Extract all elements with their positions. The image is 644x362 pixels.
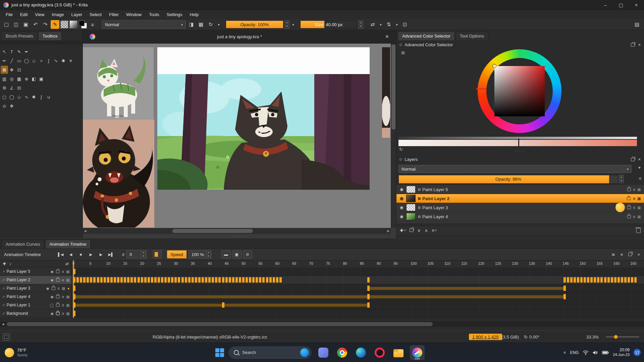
timeline-inherit-alpha-icon[interactable]: ▨: [66, 270, 69, 274]
undo-icon[interactable]: ↶: [31, 20, 40, 29]
keyframe[interactable]: [246, 277, 248, 283]
timeline-lock-icon[interactable]: [56, 304, 60, 307]
timeline-alpha-icon[interactable]: α: [62, 278, 64, 282]
delete-layer-button[interactable]: [636, 228, 641, 233]
refresh-colors-icon[interactable]: ↻: [399, 147, 403, 152]
taskbar-app-opera[interactable]: [372, 345, 387, 360]
eraser-mode-icon[interactable]: ◨: [187, 20, 196, 29]
keyframe[interactable]: [567, 277, 569, 283]
brush-size-spinner[interactable]: ▲▼: [358, 20, 363, 28]
layer-filter-icon[interactable]: ▼: [638, 166, 641, 170]
color-marker[interactable]: [492, 64, 496, 68]
gradient-strip-marker[interactable]: [518, 138, 519, 147]
keyframe[interactable]: [584, 277, 586, 283]
keyframe[interactable]: [564, 286, 566, 291]
freehand-path-tool[interactable]: ∿: [52, 57, 60, 65]
keyframe[interactable]: [178, 277, 180, 283]
open-document-icon[interactable]: ◫: [12, 20, 20, 29]
keyframe[interactable]: [624, 277, 627, 283]
timeline-track-paint-layer-3[interactable]: [72, 284, 644, 293]
timeline-layer-paint-layer-1[interactable]: ↗Paint Layer 1◯α▨: [0, 301, 71, 309]
menu-window[interactable]: Window: [122, 10, 145, 19]
keyframe[interactable]: [76, 277, 79, 283]
maximize-button[interactable]: ▢: [613, 0, 629, 10]
mirror-vertical-dropdown-icon[interactable]: ▾: [394, 20, 399, 29]
keyframe[interactable]: [198, 277, 201, 283]
value-gradient-strip[interactable]: [398, 137, 637, 139]
timeline-visibility-icon[interactable]: ◉: [46, 287, 49, 290]
menu-settings[interactable]: Settings: [163, 10, 186, 19]
keyframe[interactable]: [222, 277, 224, 283]
keyframe[interactable]: [100, 277, 103, 283]
keyframe[interactable]: [174, 277, 177, 283]
keyframe[interactable]: [205, 277, 207, 283]
skip-to-start-button[interactable]: ▌◀: [56, 250, 65, 259]
menu-edit[interactable]: Edit: [16, 10, 31, 19]
toolbox-docker-handle[interactable]: [0, 41, 83, 44]
preserve-alpha-icon[interactable]: ▦: [197, 20, 205, 29]
tab-advanced-color-selector[interactable]: Advanced Color Selector: [398, 32, 455, 40]
pattern-swatch[interactable]: [69, 20, 77, 28]
keyframe[interactable]: [367, 302, 370, 308]
pattern-edit-tool[interactable]: ▦: [15, 75, 23, 83]
layer-lock-icon[interactable]: [627, 188, 631, 191]
keyframe[interactable]: [590, 277, 593, 283]
timeline-lock-icon[interactable]: [56, 312, 60, 315]
polygon-tool[interactable]: ◇: [30, 57, 38, 65]
keyframe[interactable]: [158, 277, 160, 283]
float-timeline-icon[interactable]: [628, 253, 632, 256]
opacity-slider[interactable]: Opacity: 100%: [226, 20, 283, 28]
keyframe[interactable]: [144, 277, 147, 283]
wifi-icon[interactable]: [583, 350, 589, 355]
timeline-alpha-icon[interactable]: α: [62, 295, 64, 299]
keyframe[interactable]: [97, 277, 99, 283]
document-tab[interactable]: just a tiny apology.kra * ×: [83, 30, 396, 44]
inherit-alpha-icon[interactable]: ▨: [638, 197, 641, 200]
mirror-horizontal-icon[interactable]: ⇄: [368, 20, 377, 29]
float-layers-icon[interactable]: [631, 158, 635, 161]
inherit-alpha-icon[interactable]: ▨: [638, 206, 641, 209]
timeline-track-paint-layer-4[interactable]: [72, 293, 644, 301]
timeline-visibility-icon[interactable]: ◉: [51, 270, 54, 274]
keyframe[interactable]: [90, 277, 92, 283]
keyframe[interactable]: [127, 277, 129, 283]
keyframe[interactable]: [195, 277, 197, 283]
timeline-grid[interactable]: [72, 267, 644, 318]
color-sampler-tool[interactable]: ◎: [8, 75, 15, 83]
opacity-dropdown-icon[interactable]: ▾: [290, 20, 296, 29]
keyframe[interactable]: [634, 277, 637, 283]
text-tool[interactable]: T: [8, 48, 15, 56]
layer-visibility-icon[interactable]: ◉: [400, 205, 403, 210]
save-document-icon[interactable]: ▣: [21, 20, 30, 29]
timeline-visibility-icon[interactable]: ◉: [51, 278, 54, 282]
notification-badge[interactable]: 17: [634, 349, 641, 356]
volume-icon[interactable]: [593, 350, 598, 355]
timeline-track-paint-layer-1[interactable]: [72, 301, 644, 309]
keyframe[interactable]: [104, 277, 106, 283]
hue-marker[interactable]: [476, 88, 486, 89]
gradient-tool[interactable]: ▥: [1, 75, 8, 83]
taskbar-app-chrome[interactable]: [335, 345, 350, 360]
keyframe[interactable]: [110, 277, 113, 283]
layers-blend-mode-select[interactable]: Normal ▾: [398, 165, 632, 173]
collapse-icon[interactable]: ⊙: [399, 157, 402, 162]
timeline-inherit-alpha-icon[interactable]: ▨: [62, 287, 65, 290]
color-gradient-strip[interactable]: [398, 140, 637, 146]
keyframe[interactable]: [367, 277, 370, 283]
keyframe[interactable]: [611, 277, 613, 283]
next-frame-button[interactable]: ▶: [97, 250, 105, 259]
freehand-select-tool[interactable]: ∿: [23, 93, 30, 101]
keyframe[interactable]: [114, 277, 116, 283]
keyframe[interactable]: [229, 277, 231, 283]
polygon-select-tool[interactable]: ◇: [15, 93, 23, 101]
freehand-brush-tool[interactable]: ✏: [1, 57, 8, 65]
menu-select[interactable]: Select: [86, 10, 105, 19]
move-tool[interactable]: ✥: [8, 66, 15, 74]
keyframe[interactable]: [164, 277, 167, 283]
selection-mode-icon[interactable]: [3, 333, 10, 341]
keyframe[interactable]: [225, 277, 228, 283]
timeline-alpha-icon[interactable]: α: [62, 312, 64, 315]
keyframe[interactable]: [273, 277, 275, 283]
keyframe[interactable]: [276, 277, 278, 283]
gradient-swatch[interactable]: [60, 20, 68, 28]
